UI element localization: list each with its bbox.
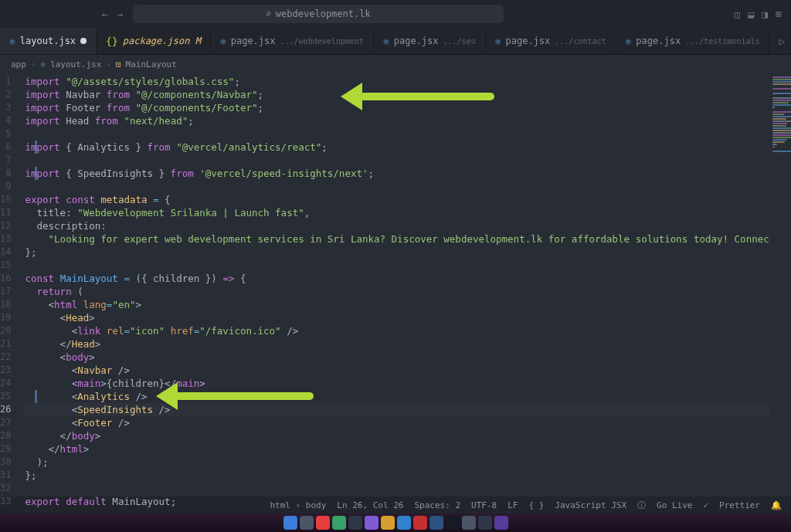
code-line[interactable]: import "@/assets/styles/globals.css"; [25, 75, 769, 88]
editor[interactable]: 1234567891011121314151617181920212223242… [0, 73, 791, 496]
search-icon: ⌕ [266, 8, 271, 19]
code-line[interactable]: "Looking for expert web development serv… [25, 232, 769, 246]
tab-layout-jsx[interactable]: ⚛layout.jsx [0, 28, 97, 54]
tab-page-jsx[interactable]: ⚛page.jsx.../contact [486, 28, 616, 54]
code-line[interactable]: </body> [25, 429, 769, 442]
panel-left-icon[interactable]: ◫ [735, 8, 741, 20]
code-line[interactable]: title: "Webdevelopment Srilanka | Launch… [25, 206, 769, 219]
code-line[interactable]: <main>{children}</main> [25, 377, 769, 390]
code-line[interactable]: export default MainLayout; [25, 495, 769, 508]
tab-label: page.jsx [394, 36, 439, 46]
breadcrumbs[interactable]: app › ⚛ layout.jsx › ⊡ MainLayout [0, 55, 791, 73]
tab-path: .../testimonials [685, 37, 759, 46]
dock-app[interactable] [316, 516, 330, 530]
code-line[interactable]: </html> [25, 442, 769, 456]
panel-right-icon[interactable]: ◨ [762, 8, 768, 20]
dock-app[interactable] [446, 516, 460, 530]
react-icon: ⚛ [41, 59, 46, 69]
bc-symbol: MainLayout [126, 59, 177, 69]
panel-bottom-icon[interactable]: ⬓ [749, 8, 755, 20]
layout-icon[interactable]: ⊞ [776, 8, 782, 20]
dock-app[interactable] [494, 516, 508, 530]
code-line[interactable]: <Head> [25, 311, 769, 324]
code-line[interactable]: return ( [25, 285, 769, 298]
code-line[interactable]: }; [25, 246, 769, 259]
code-line[interactable]: import Navbar from "@/components/Navbar"… [25, 88, 769, 101]
code-line[interactable]: </Head> [25, 337, 769, 351]
dock-app[interactable] [462, 516, 476, 530]
code-line[interactable]: }; [25, 469, 769, 482]
dock-app[interactable] [365, 516, 379, 530]
tab-label: page.jsx [506, 36, 551, 46]
tab-path: .../seo [443, 37, 476, 46]
react-icon: ⚛ [626, 36, 632, 47]
bc-app: app [11, 59, 26, 69]
tab-package-json[interactable]: {}package.json M [97, 28, 211, 54]
code-line[interactable]: <Navbar /> [25, 364, 769, 377]
code-line[interactable]: const MainLayout = ({ children }) => { [25, 272, 769, 285]
dock-app[interactable] [478, 516, 492, 530]
run-icon[interactable]: ▷ [779, 36, 785, 47]
bc-file: layout.jsx [50, 59, 101, 69]
titlebar-right: ◫ ⬓ ◨ ⊞ [735, 8, 782, 20]
macos-dock [0, 513, 791, 532]
url-text: webdevelopment.lk [276, 8, 371, 19]
dock-app[interactable] [300, 516, 314, 530]
tab-label: page.jsx [636, 36, 681, 46]
code-line[interactable]: <Footer /> [25, 416, 769, 429]
json-icon: {} [106, 36, 118, 47]
tab-path: .../contact [555, 37, 606, 46]
bell-icon[interactable]: 🔔 [771, 500, 782, 510]
code-line[interactable]: <html lang="en"> [25, 298, 769, 311]
tab-page-jsx[interactable]: ⚛page.jsx.../testimonials [616, 28, 770, 54]
react-icon: ⚛ [220, 36, 226, 47]
code-line[interactable]: import Footer from "@/components/Footer"… [25, 101, 769, 114]
tab-label: layout.jsx [20, 36, 76, 46]
code-line[interactable]: <SpeedInsights /> [25, 403, 769, 416]
nav-arrows: ← → [102, 8, 124, 20]
dock-app[interactable] [413, 516, 427, 530]
tab-page-jsx[interactable]: ⚛page.jsx.../webdevelopment [211, 28, 374, 54]
dock-app[interactable] [332, 516, 346, 530]
chevron-icon: › [31, 59, 36, 69]
code-line[interactable] [25, 259, 769, 272]
code-line[interactable] [25, 127, 769, 141]
tabs-actions: ▷ ⫞ ⋯ [769, 28, 791, 54]
code-line[interactable]: <link rel="icon" href="/favicon.ico" /> [25, 324, 769, 337]
line-numbers: 1234567891011121314151617181920212223242… [0, 73, 25, 496]
code-line[interactable] [25, 154, 769, 167]
dock-app[interactable] [283, 516, 297, 530]
minimap[interactable] [769, 73, 791, 496]
code-area[interactable]: import "@/assets/styles/globals.css";imp… [25, 73, 769, 496]
code-line[interactable]: ); [25, 456, 769, 469]
code-line[interactable]: import Head from "next/head"; [25, 114, 769, 127]
tab-path: .../webdevelopment [280, 37, 364, 46]
function-icon: ⊡ [116, 59, 121, 69]
code-line[interactable]: import { Analytics } from "@vercel/analy… [25, 141, 769, 154]
dock-app[interactable] [429, 516, 443, 530]
tab-label: package.json M [123, 36, 201, 46]
url-bar[interactable]: ⌕ webdevelopment.lk [133, 5, 504, 23]
back-arrow-icon[interactable]: ← [102, 8, 108, 20]
code-line[interactable]: <Analytics /> [25, 390, 769, 403]
react-icon: ⚛ [495, 36, 501, 47]
tab-label: page.jsx [231, 36, 276, 46]
code-line[interactable] [25, 180, 769, 193]
code-line[interactable] [25, 482, 769, 495]
tabs: ⚛layout.jsx{}package.json M⚛page.jsx.../… [0, 28, 791, 55]
react-icon: ⚛ [383, 36, 389, 47]
react-icon: ⚛ [9, 36, 15, 47]
code-line[interactable]: export const metadata = { [25, 193, 769, 206]
forward-arrow-icon[interactable]: → [117, 8, 124, 20]
dock-app[interactable] [348, 516, 362, 530]
titlebar: ← → ⌕ webdevelopment.lk ◫ ⬓ ◨ ⊞ [0, 0, 791, 28]
modified-dot-icon [80, 38, 87, 44]
dock-app[interactable] [397, 516, 411, 530]
tab-page-jsx[interactable]: ⚛page.jsx.../seo [374, 28, 486, 54]
code-line[interactable]: description: [25, 219, 769, 232]
chevron-icon: › [106, 59, 111, 69]
code-line[interactable]: import { SpeedInsights } from '@vercel/s… [25, 167, 769, 180]
code-line[interactable]: <body> [25, 351, 769, 364]
dock-app[interactable] [381, 516, 395, 530]
